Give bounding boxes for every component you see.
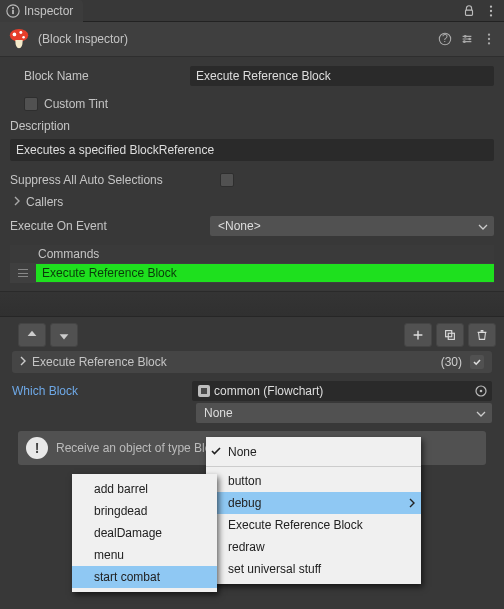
- svg-point-5: [490, 9, 492, 11]
- move-down-button[interactable]: [50, 323, 78, 347]
- chevron-down-icon: [476, 408, 486, 422]
- add-button[interactable]: [404, 323, 432, 347]
- drag-handle-icon[interactable]: [10, 269, 36, 277]
- svg-point-8: [13, 33, 17, 37]
- svg-point-18: [488, 42, 490, 44]
- panel-separator[interactable]: [0, 291, 504, 317]
- duplicate-button[interactable]: [436, 323, 464, 347]
- menu-item[interactable]: start combat: [72, 566, 217, 588]
- svg-point-15: [463, 40, 466, 43]
- menu-item[interactable]: menu: [72, 544, 217, 566]
- block-name-input[interactable]: [190, 66, 494, 86]
- caret-right-icon: [18, 355, 28, 369]
- command-enabled-checkbox[interactable]: [470, 355, 484, 369]
- label-suppress: Suppress All Auto Selections: [10, 173, 220, 187]
- info-icon: [6, 4, 20, 18]
- svg-text:?: ?: [442, 32, 448, 44]
- object-picker-icon[interactable]: [474, 384, 488, 398]
- svg-point-24: [480, 390, 483, 393]
- object-field-value: common (Flowchart): [214, 384, 323, 398]
- label-description: Description: [10, 119, 190, 133]
- block-dropdown[interactable]: None: [196, 403, 492, 423]
- command-header-title: Execute Reference Block: [32, 355, 167, 369]
- menu-item[interactable]: debug: [206, 492, 421, 514]
- help-icon[interactable]: ?: [438, 32, 452, 46]
- info-icon: !: [26, 437, 48, 459]
- check-icon: [210, 445, 222, 460]
- info-text: Receive an object of type Block: [56, 441, 223, 455]
- menu-item[interactable]: redraw: [206, 536, 421, 558]
- description-input[interactable]: Executes a specified BlockReference: [10, 139, 494, 161]
- lock-icon[interactable]: [462, 4, 476, 18]
- menu-separator: [206, 466, 421, 467]
- menu-item[interactable]: dealDamage: [72, 522, 217, 544]
- execute-on-event-value: <None>: [218, 219, 261, 233]
- label-callers[interactable]: Callers: [26, 195, 63, 209]
- svg-rect-22: [201, 388, 207, 394]
- label-which-block: Which Block: [12, 384, 192, 398]
- menu-item[interactable]: set universal stuff: [206, 558, 421, 580]
- suppress-checkbox[interactable]: [220, 173, 234, 187]
- header-subtitle: (Block Inspector): [38, 32, 128, 46]
- svg-point-13: [464, 35, 467, 38]
- flowchart-asset-icon: [198, 385, 210, 397]
- menu-item[interactable]: add barrel: [72, 478, 217, 500]
- svg-point-1: [12, 6, 14, 8]
- tab-inspector[interactable]: Inspector: [0, 0, 83, 22]
- svg-point-9: [19, 31, 22, 34]
- menu-item[interactable]: button: [206, 470, 421, 492]
- svg-point-4: [490, 5, 492, 7]
- svg-point-6: [490, 14, 492, 16]
- menu-item[interactable]: bringdead: [72, 500, 217, 522]
- svg-point-7: [10, 29, 28, 42]
- chevron-right-icon: [407, 497, 417, 511]
- svg-point-14: [468, 38, 471, 41]
- svg-point-17: [488, 38, 490, 40]
- svg-rect-3: [466, 10, 473, 15]
- caret-right-icon[interactable]: [12, 195, 22, 209]
- chevron-down-icon: [478, 221, 488, 235]
- svg-point-10: [22, 36, 25, 39]
- tab-label: Inspector: [24, 4, 73, 18]
- block-dropdown-value: None: [204, 406, 233, 420]
- settings-sliders-icon[interactable]: [460, 32, 474, 46]
- label-commands: Commands: [10, 245, 494, 263]
- svg-point-16: [488, 33, 490, 35]
- command-row[interactable]: Execute Reference Block: [10, 263, 494, 283]
- label-block-name: Block Name: [10, 69, 190, 83]
- command-header-count: (30): [441, 355, 462, 369]
- kebab-icon[interactable]: [482, 32, 496, 46]
- menu-item[interactable]: Execute Reference Block: [206, 514, 421, 536]
- command-header[interactable]: Execute Reference Block (30): [12, 351, 492, 373]
- mushroom-icon: [8, 28, 30, 50]
- label-custom-tint: Custom Tint: [44, 97, 108, 111]
- move-up-button[interactable]: [18, 323, 46, 347]
- kebab-icon[interactable]: [484, 4, 498, 18]
- execute-on-event-dropdown[interactable]: <None>: [210, 216, 494, 236]
- which-block-object-field[interactable]: common (Flowchart): [192, 381, 492, 401]
- dropdown-submenu[interactable]: add barrelbringdeaddealDamagemenustart c…: [72, 474, 217, 592]
- label-execute-on-event: Execute On Event: [10, 219, 210, 233]
- svg-rect-2: [12, 9, 14, 13]
- delete-button[interactable]: [468, 323, 496, 347]
- dropdown-menu-blocks[interactable]: NonebuttondebugExecute Reference Blockre…: [206, 437, 421, 584]
- command-label: Execute Reference Block: [36, 264, 494, 282]
- custom-tint-checkbox[interactable]: [24, 97, 38, 111]
- menu-item[interactable]: None: [206, 441, 421, 463]
